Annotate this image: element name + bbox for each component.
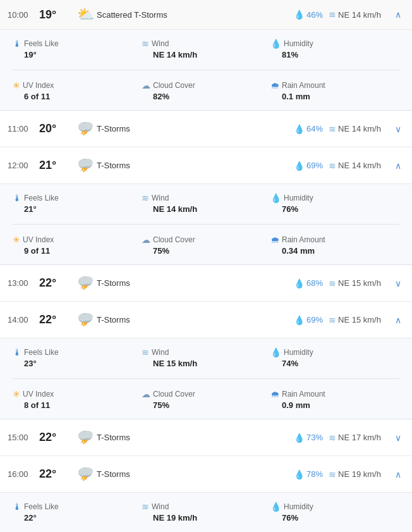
expand-chevron[interactable]: ∨ — [392, 278, 404, 288]
uv-label: ✳ UV Index — [13, 235, 142, 245]
uv-sun-icon: ✳ — [13, 389, 20, 399]
hour-row[interactable]: 16:00 22° T-Storms 💧 78% ≋ NE 19 km/h ∧ — [0, 456, 412, 493]
feels-like-label: 🌡 Feels Like — [13, 502, 142, 512]
feels-like-cell: 🌡 Feels Like 21° — [13, 193, 142, 214]
feels-like-label: 🌡 Feels Like — [13, 193, 142, 203]
wind-cell: ≋ Wind NE 19 km/h — [142, 502, 270, 523]
hour-description: T-Storms — [97, 469, 294, 479]
rain-amount-icon: 🌧 — [270, 235, 279, 245]
wind-value: NE 14 km/h — [338, 161, 381, 170]
rain-percent: 69% — [306, 161, 323, 170]
humidity-cell: 💧 Humidity 76% — [270, 193, 399, 214]
hour-description: T-Storms — [97, 161, 294, 170]
feels-like-label: 🌡 Feels Like — [13, 347, 142, 357]
uv-label: ✳ UV Index — [13, 80, 142, 90]
expand-chevron[interactable]: ∧ — [392, 469, 404, 479]
cloud-cell: ☁ Cloud Cover 75% — [142, 235, 270, 256]
wind-detail-value: NE 14 km/h — [153, 204, 270, 214]
rain-drop-icon: 💧 — [294, 161, 305, 171]
hour-wind: ≋ NE 14 km/h — [329, 124, 392, 134]
hour-temp: 22° — [39, 313, 74, 326]
uv-sun-icon: ✳ — [13, 80, 20, 90]
hour-description: T-Storms — [97, 433, 294, 442]
wind-detail-icon: ≋ — [142, 347, 149, 357]
svg-point-8 — [83, 159, 93, 166]
weather-icon: ⛅ — [74, 6, 97, 23]
hour-temp: 19° — [39, 8, 74, 22]
hour-row[interactable]: 14:00 22° T-Storms 💧 69% ≋ NE 15 km/h ∧ — [0, 302, 412, 338]
humidity-value: 76% — [282, 204, 399, 214]
cloud-label: ☁ Cloud Cover — [142, 80, 270, 90]
detail-panel: 🌡 Feels Like 22° ≋ Wind NE 19 km/h 💧 H — [0, 493, 412, 532]
rain-percent: 46% — [306, 10, 323, 20]
rain-percent: 69% — [306, 315, 323, 325]
humidity-icon: 💧 — [270, 39, 281, 49]
cloud-icon: ☁ — [142, 80, 150, 90]
hour-row[interactable]: 15:00 22° T-Storms 💧 73% ≋ NE 17 km/h ∨ — [0, 419, 412, 456]
humidity-value: 81% — [282, 50, 399, 59]
humidity-label: 💧 Humidity — [270, 502, 399, 512]
wind-detail-value: NE 19 km/h — [153, 513, 270, 523]
rain-amount-value: 0.9 mm — [282, 400, 399, 410]
rain-drop-icon: 💧 — [294, 124, 305, 134]
humidity-label: 💧 Humidity — [270, 193, 399, 203]
rain-amount-label: 🌧 Rain Amount — [270, 235, 399, 245]
rain-drop-icon: 💧 — [294, 315, 305, 325]
cloud-cell: ☁ Cloud Cover 82% — [142, 80, 270, 101]
hour-rain: 💧 69% — [294, 161, 329, 171]
wind-detail-value: NE 14 km/h — [153, 50, 270, 59]
svg-point-26 — [83, 431, 93, 438]
expand-chevron[interactable]: ∨ — [392, 124, 404, 134]
rain-amount-label: 🌧 Rain Amount — [270, 389, 399, 399]
cloud-value: 75% — [153, 400, 270, 410]
humidity-label: 💧 Humidity — [270, 39, 399, 49]
hour-time: 14:00 — [8, 315, 39, 325]
wind-icon: ≋ — [329, 9, 336, 20]
hour-row[interactable]: 12:00 21° T-Storms 💧 69% ≋ NE 14 km/h ∧ — [0, 147, 412, 184]
wind-value: NE 15 km/h — [338, 315, 381, 325]
hour-time: 16:00 — [8, 469, 39, 479]
wind-value: NE 14 km/h — [338, 124, 381, 133]
hour-wind: ≋ NE 19 km/h — [329, 469, 392, 479]
expand-chevron[interactable]: ∧ — [392, 161, 404, 171]
expand-chevron[interactable]: ∧ — [392, 315, 404, 325]
hour-row[interactable]: 10:00 19° ⛅ Scattered T-Storms 💧 46% ≋ N… — [0, 0, 412, 30]
hour-time: 13:00 — [8, 278, 39, 288]
weather-icon — [74, 462, 97, 486]
uv-value: 9 of 11 — [24, 246, 142, 256]
thermometer-icon: 🌡 — [13, 502, 21, 512]
rain-amount-cell: 🌧 Rain Amount 0.1 mm — [270, 80, 399, 101]
humidity-cell: 💧 Humidity 81% — [270, 39, 399, 59]
rain-drop-icon: 💧 — [294, 469, 305, 479]
wind-detail-icon: ≋ — [142, 193, 149, 203]
humidity-icon: 💧 — [270, 502, 281, 512]
rain-amount-icon: 🌧 — [270, 80, 279, 90]
humidity-cell: 💧 Humidity 76% — [270, 502, 399, 523]
wind-cell: ≋ Wind NE 15 km/h — [142, 347, 270, 368]
wind-icon: ≋ — [329, 124, 336, 134]
weather-icon — [74, 308, 97, 331]
wind-value: NE 14 km/h — [338, 10, 381, 20]
rain-percent: 73% — [306, 433, 323, 442]
feels-like-value: 22° — [24, 513, 142, 523]
cloud-value: 82% — [153, 92, 270, 101]
cloud-icon: ☁ — [142, 235, 150, 245]
wind-icon: ≋ — [329, 278, 336, 288]
svg-point-20 — [83, 313, 93, 321]
weather-list: 10:00 19° ⛅ Scattered T-Storms 💧 46% ≋ N… — [0, 0, 412, 532]
wind-detail-icon: ≋ — [142, 502, 149, 512]
hour-row[interactable]: 11:00 20° T-Storms 💧 64% ≋ NE 14 km/h ∨ — [0, 111, 412, 147]
hour-row[interactable]: 13:00 22° T-Storms 💧 68% ≋ NE 15 km/h ∨ — [0, 265, 412, 302]
hour-temp: 20° — [39, 122, 74, 135]
hour-wind: ≋ NE 15 km/h — [329, 278, 392, 288]
humidity-icon: 💧 — [270, 193, 281, 203]
rain-drop-icon: 💧 — [294, 278, 305, 288]
uv-cell: ✳ UV Index 9 of 11 — [13, 235, 142, 256]
uv-label: ✳ UV Index — [13, 389, 142, 399]
expand-chevron[interactable]: ∧ — [392, 9, 404, 20]
feels-like-value: 21° — [24, 204, 142, 214]
uv-cell: ✳ UV Index 6 of 11 — [13, 80, 142, 101]
svg-point-2 — [83, 122, 93, 130]
expand-chevron[interactable]: ∨ — [392, 433, 404, 443]
detail-panel: 🌡 Feels Like 21° ≋ Wind NE 14 km/h 💧 H — [0, 184, 412, 265]
